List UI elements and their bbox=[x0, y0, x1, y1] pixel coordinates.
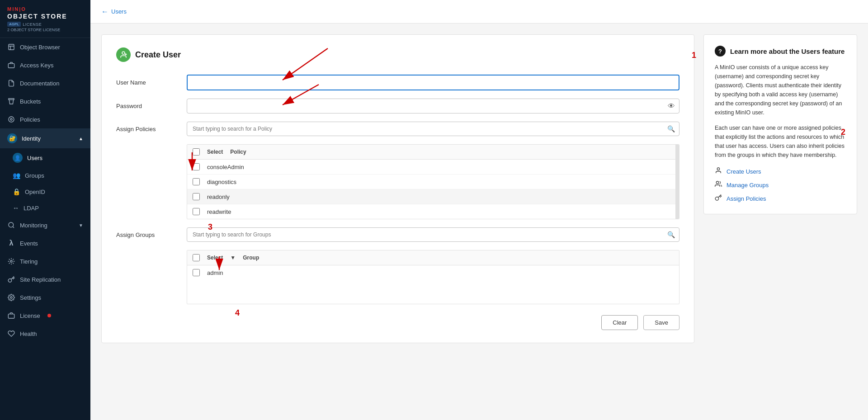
sidebar-item-policies[interactable]: Policies bbox=[0, 110, 90, 128]
sidebar-sub-item-openid[interactable]: 🔒 OpenID bbox=[0, 184, 90, 200]
groups-search-wrap: 🔍 bbox=[187, 227, 679, 242]
assign-groups-label: Assign Groups bbox=[116, 231, 179, 238]
assign-policies-row: Assign Policies 🔍 bbox=[116, 122, 679, 136]
policy-name-readwrite: readwrite bbox=[207, 208, 231, 215]
license-dot-badge bbox=[47, 314, 51, 317]
help-title-text: Learn more about the Users feature bbox=[730, 47, 844, 55]
monitoring-icon bbox=[7, 221, 15, 229]
license-count-text: 2 OBJECT STORE LICENSE bbox=[7, 28, 83, 32]
sidebar-item-buckets[interactable]: Buckets bbox=[0, 92, 90, 110]
sidebar-item-label-monitoring: Monitoring bbox=[20, 222, 47, 229]
sidebar-item-label-tiering: Tiering bbox=[20, 258, 38, 265]
policy-name-diagnostics: diagnostics bbox=[207, 179, 236, 185]
groups-search-input[interactable] bbox=[187, 227, 679, 242]
sidebar-item-settings[interactable]: Settings bbox=[0, 288, 90, 307]
manage-groups-link-icon bbox=[715, 180, 722, 189]
svg-rect-1 bbox=[8, 64, 14, 68]
access-keys-icon bbox=[7, 61, 15, 69]
help-links: Create Users Manage Groups Assign Polici… bbox=[715, 167, 846, 203]
groups-table-body: admin bbox=[187, 265, 679, 280]
sidebar-sub-item-label-ldap: LDAP bbox=[24, 205, 39, 212]
eye-icon[interactable]: 👁 bbox=[668, 102, 675, 110]
sidebar-item-site-replication[interactable]: Site Replication bbox=[0, 270, 90, 288]
sidebar-item-label-settings: Settings bbox=[20, 294, 41, 301]
sidebar-item-events[interactable]: λ Events bbox=[0, 234, 90, 252]
sidebar-item-health[interactable]: Health bbox=[0, 325, 90, 343]
form-title: Create User bbox=[116, 47, 679, 62]
object-store-title: OBJECT STORE bbox=[7, 13, 83, 20]
username-label: User Name bbox=[116, 79, 179, 86]
policy-select-all-checkbox[interactable] bbox=[193, 148, 200, 156]
help-link-manage-groups[interactable]: Manage Groups bbox=[715, 180, 846, 189]
help-link-label-create-users: Create Users bbox=[726, 168, 761, 175]
clear-button[interactable]: Clear bbox=[601, 315, 638, 330]
sidebar-sub-item-ldap[interactable]: ↔ LDAP bbox=[0, 200, 90, 216]
sidebar-item-monitoring[interactable]: Monitoring ▼ bbox=[0, 216, 90, 234]
group-select-all-checkbox[interactable] bbox=[193, 254, 200, 261]
sidebar-sub-item-label-users: Users bbox=[27, 155, 42, 161]
svg-point-7 bbox=[10, 297, 12, 298]
svg-point-9 bbox=[122, 52, 125, 54]
username-input[interactable] bbox=[187, 75, 679, 90]
monitoring-chevron-icon: ▼ bbox=[79, 223, 83, 228]
main-content: ← Users Create User User Name Passw bbox=[90, 0, 868, 420]
svg-rect-0 bbox=[9, 44, 14, 50]
sidebar-item-label-policies: Policies bbox=[20, 116, 40, 123]
object-browser-icon bbox=[7, 43, 15, 51]
policy-col-policy: Policy bbox=[230, 149, 246, 155]
sidebar-item-license[interactable]: License bbox=[0, 307, 90, 325]
policy-table: Select Policy consoleAdmin diagnostics r… bbox=[187, 144, 679, 219]
svg-line-5 bbox=[13, 227, 14, 228]
policy-col-select: Select bbox=[207, 149, 223, 155]
sidebar-item-label-license: License bbox=[20, 312, 40, 319]
sidebar-identity-section[interactable]: 🔐 Identity ▲ bbox=[0, 128, 90, 148]
identity-section-label: Identity bbox=[22, 135, 41, 142]
help-text-1: A MinIO user consists of a unique access… bbox=[715, 63, 846, 117]
site-replication-icon bbox=[7, 275, 15, 283]
sidebar-sub-item-groups[interactable]: 👥 Groups bbox=[0, 167, 90, 184]
policy-search-input[interactable] bbox=[187, 122, 679, 136]
policy-name-consoleadmin: consoleAdmin bbox=[207, 164, 244, 170]
sidebar-item-tiering[interactable]: Tiering bbox=[0, 252, 90, 270]
policy-row-consoleadmin: consoleAdmin bbox=[187, 160, 679, 175]
policy-name-readonly: readonly bbox=[207, 193, 230, 200]
annotation-number-1: 1 bbox=[692, 51, 696, 60]
sidebar-item-label-events: Events bbox=[20, 240, 38, 247]
help-link-create-users[interactable]: Create Users bbox=[715, 167, 846, 176]
password-label: Password bbox=[116, 103, 179, 109]
sidebar-item-label-buckets: Buckets bbox=[20, 98, 41, 105]
sidebar-item-object-browser[interactable]: Object Browser bbox=[0, 38, 90, 56]
back-arrow-icon: ← bbox=[101, 8, 108, 16]
back-link[interactable]: ← Users bbox=[101, 8, 127, 16]
help-question-icon: ? bbox=[715, 46, 726, 57]
help-link-assign-policies[interactable]: Assign Policies bbox=[715, 194, 846, 203]
policy-checkbox-readwrite[interactable] bbox=[193, 208, 200, 215]
top-bar: ← Users bbox=[90, 0, 868, 24]
form-title-text: Create User bbox=[135, 50, 181, 60]
group-checkbox-admin[interactable] bbox=[193, 269, 200, 276]
sidebar-item-documentation[interactable]: Documentation bbox=[0, 74, 90, 92]
sidebar-sub-item-users[interactable]: 👤 Users bbox=[0, 148, 90, 167]
help-card: ? Learn more about the Users feature A M… bbox=[703, 34, 857, 214]
groups-icon: 👥 bbox=[13, 172, 20, 179]
groups-search-icon: 🔍 bbox=[667, 231, 675, 238]
password-input[interactable] bbox=[187, 99, 679, 113]
help-text-2: Each user can have one or more assigned … bbox=[715, 123, 846, 160]
help-link-label-manage-groups: Manage Groups bbox=[726, 182, 769, 189]
sidebar-sub-item-label-openid: OpenID bbox=[25, 189, 45, 195]
password-row: Password 👁 bbox=[116, 99, 679, 113]
save-button[interactable]: Save bbox=[643, 315, 679, 330]
policy-checkbox-consoleadmin[interactable] bbox=[193, 163, 200, 170]
username-input-wrap bbox=[187, 75, 679, 90]
help-link-label-assign-policies: Assign Policies bbox=[726, 195, 766, 202]
sidebar-logo: MIN|O OBJECT STORE AGPL LICENSE 2 OBJECT… bbox=[0, 0, 90, 38]
events-icon: λ bbox=[7, 239, 15, 247]
policy-checkbox-diagnostics[interactable] bbox=[193, 178, 200, 185]
policy-scrollbar bbox=[675, 145, 679, 219]
policy-checkbox-readonly[interactable] bbox=[193, 193, 200, 200]
sidebar-nav: Object Browser Access Keys Documentation… bbox=[0, 38, 90, 420]
sidebar-item-label-object-browser: Object Browser bbox=[20, 44, 60, 51]
sidebar-item-access-keys[interactable]: Access Keys bbox=[0, 56, 90, 74]
sidebar-item-label-health: Health bbox=[20, 330, 37, 337]
annotation-number-4: 4 bbox=[235, 308, 240, 318]
